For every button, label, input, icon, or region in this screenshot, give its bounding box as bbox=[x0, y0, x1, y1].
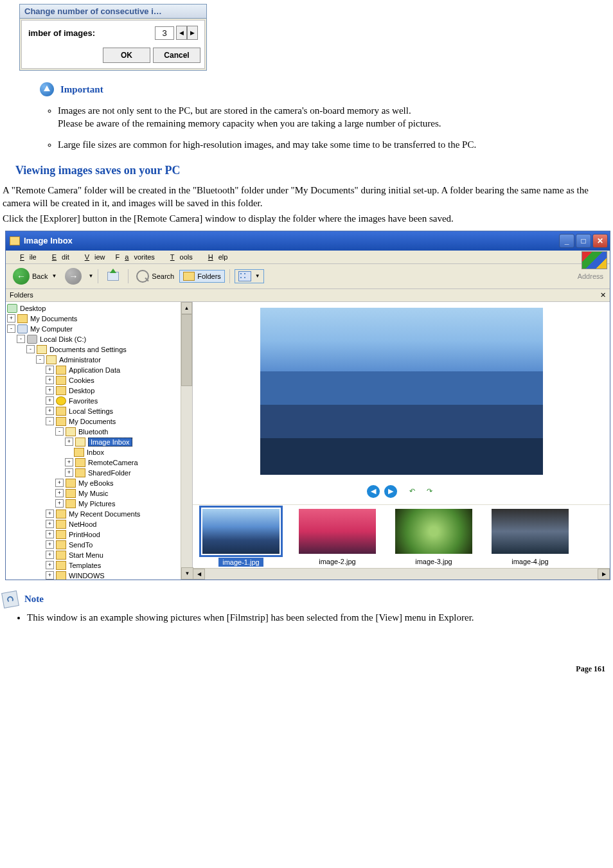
folder-tree-pane: Desktop +My Documents -My Computer -Loca… bbox=[6, 302, 193, 580]
section-heading: Viewing images saves on your PC bbox=[15, 164, 610, 177]
chevron-down-icon: ▼ bbox=[51, 273, 57, 279]
folder-icon bbox=[56, 540, 66, 549]
folder-icon bbox=[56, 561, 66, 570]
folder-icon bbox=[56, 366, 66, 375]
scroll-right-icon[interactable]: ▶ bbox=[598, 569, 610, 580]
scroll-up-icon[interactable]: ▲ bbox=[181, 302, 192, 314]
views-button[interactable]: ▼ bbox=[235, 269, 264, 283]
important-item-2: Large file sizes are common for high-res… bbox=[58, 134, 610, 155]
back-icon: ← bbox=[13, 268, 30, 285]
search-button[interactable]: Search bbox=[133, 269, 177, 284]
folders-icon bbox=[183, 272, 195, 281]
up-button[interactable] bbox=[103, 268, 123, 285]
folder-icon bbox=[46, 355, 57, 364]
desktop-icon bbox=[7, 304, 17, 313]
chevron-down-icon: ▼ bbox=[88, 273, 93, 279]
thumbnail-item[interactable]: image-4.jpg bbox=[488, 509, 572, 565]
important-heading: Important bbox=[60, 84, 103, 95]
thumbnail-image bbox=[395, 509, 472, 554]
address-label: Address bbox=[266, 272, 606, 280]
folder-icon bbox=[56, 551, 66, 560]
section-paragraph-1: A "Remote Camera" folder will be created… bbox=[3, 184, 610, 210]
computer-icon bbox=[17, 324, 28, 333]
forward-icon: → bbox=[65, 268, 82, 285]
important-list: Images are not only sent to the PC, but … bbox=[58, 100, 610, 155]
menu-help[interactable]: Help bbox=[198, 252, 233, 262]
section-paragraph-2: Click the [Explorer] button in the [Remo… bbox=[3, 212, 610, 225]
disk-icon bbox=[27, 335, 37, 344]
menu-edit[interactable]: Edit bbox=[42, 252, 75, 262]
folder-icon bbox=[56, 530, 66, 539]
toolbar: ← Back ▼ → ▼ Search Folders ▼ Address bbox=[6, 264, 610, 289]
windows-flag-icon bbox=[582, 251, 607, 269]
spinner-up[interactable]: ▶ bbox=[187, 26, 198, 40]
folders-pane-label: Folders bbox=[10, 291, 33, 299]
thumbnail-item[interactable]: image-2.jpg bbox=[296, 509, 379, 565]
folder-icon bbox=[56, 407, 66, 416]
ok-button[interactable]: OK bbox=[103, 48, 150, 63]
window-icon bbox=[10, 236, 20, 245]
tree-dropdown-icon[interactable]: ▼ bbox=[181, 567, 193, 580]
close-button[interactable]: ✕ bbox=[592, 234, 608, 248]
menu-tools[interactable]: Tools bbox=[160, 252, 198, 262]
folder-icon bbox=[56, 571, 66, 580]
rotate-cw-button[interactable]: ↷ bbox=[423, 485, 436, 498]
thumbnail-image bbox=[299, 509, 376, 554]
thumbnail-image bbox=[202, 509, 280, 554]
folder-icon bbox=[75, 468, 85, 477]
important-icon bbox=[40, 82, 54, 96]
folders-pane-close[interactable]: ✕ bbox=[600, 291, 606, 299]
back-button[interactable]: ← Back ▼ bbox=[10, 267, 60, 286]
folders-pane-header: Folders ✕ bbox=[6, 289, 610, 302]
folder-icon bbox=[66, 489, 76, 498]
filmstrip-controls: ◀ ▶ ↶ ↷ bbox=[193, 481, 610, 505]
window-title: Image Inbox bbox=[24, 236, 559, 245]
folder-icon bbox=[75, 438, 85, 447]
cancel-button[interactable]: Cancel bbox=[153, 48, 200, 63]
important-item-1: Images are not only sent to the PC, but … bbox=[58, 100, 610, 134]
thumbnail-row: image-1.jpg image-2.jpg image-3.jpg imag… bbox=[193, 505, 610, 568]
folder-icon bbox=[56, 520, 66, 529]
folder-icon bbox=[56, 417, 66, 426]
thumbnail-item[interactable]: image-3.jpg bbox=[392, 509, 475, 565]
note-icon bbox=[1, 590, 19, 608]
thumbnail-image bbox=[492, 509, 569, 554]
note-item-1: This window is an example showing pictur… bbox=[27, 610, 610, 626]
folder-icon bbox=[17, 314, 28, 323]
menu-bar: File Edit View Favorites Tools Help bbox=[6, 251, 610, 264]
consecutive-images-dialog: Change number of consecutive i… imber of… bbox=[19, 4, 207, 71]
forward-button[interactable]: → bbox=[62, 267, 85, 286]
folder-icon bbox=[75, 458, 85, 467]
scroll-thumb[interactable] bbox=[181, 314, 192, 386]
maximize-button[interactable]: □ bbox=[576, 234, 591, 248]
folder-up-icon bbox=[106, 269, 120, 283]
menu-view[interactable]: View bbox=[75, 252, 111, 262]
scroll-left-icon[interactable]: ◀ bbox=[193, 569, 205, 580]
folder-icon bbox=[66, 499, 76, 508]
tree-vertical-scrollbar[interactable]: ▲ ▼ bbox=[181, 302, 192, 580]
thumbnail-item[interactable]: image-1.jpg bbox=[199, 509, 283, 567]
search-icon bbox=[136, 270, 149, 283]
folder-icon bbox=[37, 345, 47, 354]
images-count-input[interactable] bbox=[155, 26, 174, 40]
note-heading: Note bbox=[24, 594, 44, 605]
folder-icon bbox=[74, 448, 84, 457]
chevron-down-icon: ▼ bbox=[255, 273, 260, 279]
minimize-button[interactable]: _ bbox=[559, 234, 574, 248]
folders-button[interactable]: Folders bbox=[179, 270, 225, 283]
images-count-label: imber of images: bbox=[28, 28, 155, 38]
dialog-title: Change number of consecutive i… bbox=[20, 4, 206, 19]
menu-file[interactable]: File bbox=[10, 252, 42, 262]
explorer-window: Image Inbox _ □ ✕ File Edit View Favorit… bbox=[5, 231, 610, 580]
rotate-ccw-button[interactable]: ↶ bbox=[405, 485, 418, 498]
previous-image-button[interactable]: ◀ bbox=[367, 485, 380, 498]
note-list: This window is an example showing pictur… bbox=[27, 610, 610, 626]
menu-favorites[interactable]: Favorites bbox=[111, 252, 160, 262]
content-horizontal-scrollbar[interactable]: ▼ ◀ ▶ bbox=[193, 568, 610, 580]
spinner-down[interactable]: ◀ bbox=[176, 26, 187, 40]
favorites-icon bbox=[56, 396, 66, 405]
folder-icon bbox=[66, 479, 76, 488]
folder-tree[interactable]: Desktop +My Documents -My Computer -Loca… bbox=[6, 302, 181, 580]
page-number: Page 161 bbox=[3, 664, 610, 674]
next-image-button[interactable]: ▶ bbox=[384, 485, 397, 498]
